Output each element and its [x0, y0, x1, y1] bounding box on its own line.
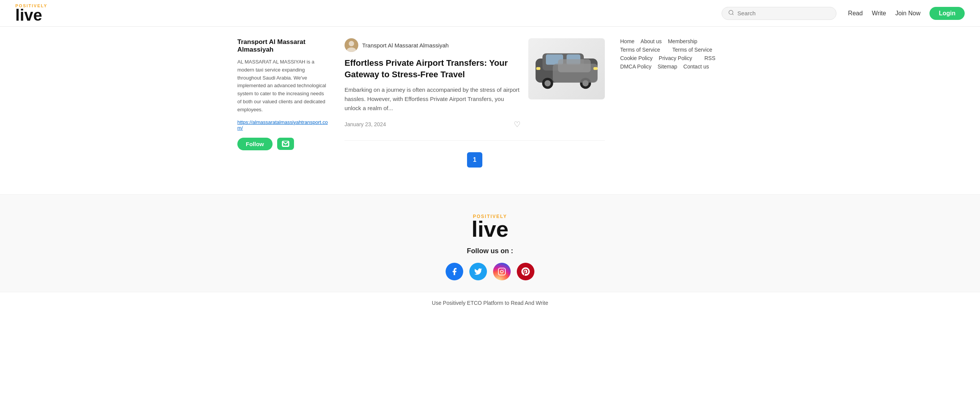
site-header: POSITIVELY live Read Write Join Now Logi… — [0, 0, 980, 27]
svg-rect-16 — [536, 67, 541, 70]
page-1-button[interactable]: 1 — [467, 152, 482, 168]
twitter-icon[interactable] — [469, 263, 487, 280]
pinterest-icon[interactable] — [517, 263, 534, 280]
mail-button[interactable] — [277, 138, 294, 150]
svg-line-1 — [732, 14, 733, 15]
nav-read[interactable]: Read — [848, 10, 862, 17]
search-icon — [728, 10, 734, 17]
join-now-button[interactable]: Join Now — [895, 10, 921, 17]
like-icon[interactable]: ♡ — [514, 120, 521, 129]
article-excerpt: Embarking on a journey is often accompan… — [345, 85, 521, 113]
avatar — [345, 38, 358, 52]
nav-links: Read Write Join Now Login — [848, 7, 965, 20]
sidebar-actions: Follow — [237, 138, 329, 150]
sidebar-title: Transport Al Massarat Almassiyah — [237, 38, 329, 54]
sidebar-website-link[interactable]: https://almassaratalmassiyahtransport.co… — [237, 119, 329, 131]
main-container: Transport Al Massarat Almassiyah AL MASS… — [222, 27, 758, 194]
svg-rect-17 — [498, 268, 505, 275]
logo-live: live — [15, 8, 47, 23]
footer-link-contact[interactable]: Contact us — [683, 63, 709, 70]
footer-link-about[interactable]: About us — [640, 38, 662, 44]
footer-link-home[interactable]: Home — [620, 38, 634, 44]
svg-point-0 — [729, 10, 733, 15]
article-body: Transport Al Massarat Almassiyah Effortl… — [345, 38, 521, 129]
right-sidebar: Home About us Membership Terms of Servic… — [620, 38, 743, 183]
footer-link-sitemap[interactable]: Sitemap — [658, 63, 677, 70]
article-meta: Transport Al Massarat Almassiyah — [345, 38, 521, 52]
footer-link-terms-of-service-2[interactable]: Terms of Service — [672, 47, 712, 53]
sidebar-description: AL MASSARAT AL MASSIYAH is a modern taxi… — [237, 58, 329, 114]
author-name: Transport Al Massarat Almassiyah — [362, 42, 449, 49]
content-area: Transport Al Massarat Almassiyah Effortl… — [345, 38, 605, 183]
footer-bottom: Use Positively ETCO Platform to Read And… — [0, 292, 980, 314]
footer-link-privacy[interactable]: Privacy Policy — [659, 55, 692, 61]
footer-link-dmca[interactable]: DMCA Policy — [620, 63, 652, 70]
article-footer: January 23, 2024 ♡ — [345, 120, 521, 129]
article-date: January 23, 2024 — [345, 121, 386, 127]
search-input[interactable] — [737, 10, 830, 16]
instagram-icon[interactable] — [493, 263, 511, 280]
vehicles-image — [532, 44, 601, 94]
svg-point-18 — [500, 270, 503, 273]
mail-icon — [282, 141, 289, 147]
footer-link-cookie[interactable]: Cookie Policy — [620, 55, 653, 61]
social-icons — [15, 263, 965, 280]
search-bar[interactable] — [722, 7, 836, 20]
nav-write[interactable]: Write — [872, 10, 886, 17]
svg-point-3 — [349, 41, 354, 46]
footer-bottom-text: Use Positively ETCO Platform to Read And… — [432, 300, 548, 306]
login-button[interactable]: Login — [929, 7, 965, 20]
pagination: 1 — [345, 152, 605, 168]
svg-point-10 — [544, 80, 550, 86]
logo[interactable]: POSITIVELY live — [15, 4, 47, 23]
article-image — [528, 38, 605, 99]
left-sidebar: Transport Al Massarat Almassiyah AL MASS… — [237, 38, 329, 183]
follow-us-label: Follow us on : — [15, 247, 965, 255]
article-card: Transport Al Massarat Almassiyah Effortl… — [345, 38, 605, 141]
footer-logo-live: live — [472, 219, 509, 239]
svg-rect-14 — [558, 59, 591, 72]
site-footer: POSITIVELY live Follow us on : — [0, 194, 980, 291]
facebook-icon[interactable] — [446, 263, 463, 280]
footer-logo[interactable]: POSITIVELY live — [15, 214, 965, 239]
follow-button[interactable]: Follow — [237, 138, 273, 150]
footer-links: Home About us Membership Terms of Servic… — [620, 38, 743, 70]
article-title[interactable]: Effortless Private Airport Transfers: Yo… — [345, 57, 521, 80]
svg-point-19 — [503, 269, 504, 270]
footer-link-terms-of-service-1[interactable]: Terms of Service — [620, 47, 660, 53]
footer-link-membership[interactable]: Membership — [668, 38, 697, 44]
footer-link-rss[interactable]: RSS — [704, 55, 715, 61]
svg-rect-15 — [593, 67, 598, 70]
